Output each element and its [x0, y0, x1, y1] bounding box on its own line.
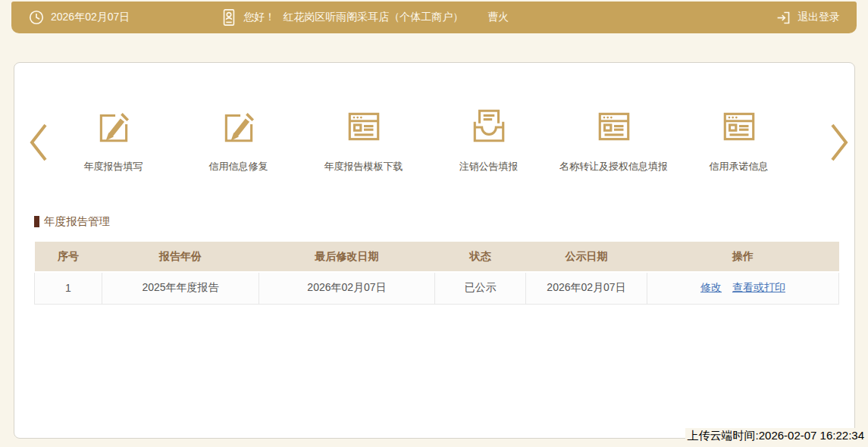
company-name: 红花岗区听雨阁采耳店（个体工商户）: [283, 11, 463, 24]
logout-icon: [776, 10, 791, 26]
col-header-index: 序号: [35, 242, 102, 272]
modify-link[interactable]: 修改: [700, 281, 722, 293]
col-header-last-modified: 最后修改日期: [259, 242, 435, 272]
cell-last-modified: 2026年02月07日: [259, 272, 435, 304]
table-header-row: 序号 报告年份 最后修改日期 状态 公示日期 操作: [35, 242, 839, 272]
clock-icon: [28, 9, 45, 26]
user-badge-icon: [221, 8, 237, 27]
inbox-icon: [469, 107, 509, 146]
col-header-status: 状态: [435, 242, 526, 272]
menu-item-label: 名称转让及授权信息填报: [559, 160, 668, 173]
user-name: 曹火: [487, 11, 509, 24]
current-date: 2026年02月07日: [51, 11, 130, 24]
menu-item-cancellation-notice[interactable]: 注销公告填报: [426, 107, 551, 173]
greeting-text: 您好！: [243, 11, 275, 24]
col-header-publish-date: 公示日期: [526, 242, 647, 272]
cell-status: 已公示: [435, 272, 526, 304]
main-panel: 年度报告填写 信用信息修复: [14, 62, 855, 439]
cell-actions: 修改 查看或打印: [647, 272, 839, 304]
cell-index: 1: [35, 272, 102, 304]
col-header-report-year: 报告年份: [102, 242, 259, 272]
menu-item-credit-repair[interactable]: 信用信息修复: [176, 107, 301, 173]
section-title: 年度报告管理: [44, 214, 110, 229]
cell-report-year: 2025年年度报告: [102, 272, 259, 304]
menu-item-template-download[interactable]: 年度报告模板下载: [301, 107, 426, 173]
menu-item-annual-report-fill[interactable]: 年度报告填写: [51, 107, 176, 173]
menu-item-label: 注销公告填报: [459, 160, 519, 173]
table-row: 1 2025年年度报告 2026年02月07日 已公示 2026年02月07日 …: [35, 272, 839, 304]
carousel-next-button[interactable]: [829, 122, 849, 163]
top-bar: 2026年02月07日 您好！ 红花岗区听雨阁采耳店（个体工商户） 曹火 退出登…: [11, 2, 857, 33]
report-icon: [344, 107, 384, 146]
logout-button[interactable]: 退出登录: [776, 10, 840, 26]
upload-time-text: 上传云端时间:2026-02-07 16:22:34: [685, 428, 866, 444]
menu-item-label: 信用信息修复: [209, 160, 268, 173]
view-or-print-link[interactable]: 查看或打印: [732, 281, 785, 293]
menu-item-credit-commitment[interactable]: 信用承诺信息: [676, 107, 801, 173]
annual-report-table: 序号 报告年份 最后修改日期 状态 公示日期 操作 1 2025年年度报告 20…: [34, 242, 839, 305]
feature-menu: 年度报告填写 信用信息修复: [51, 107, 801, 173]
edit-icon: [94, 107, 133, 146]
menu-item-label: 年度报告模板下载: [324, 160, 403, 173]
edit-icon: [219, 107, 259, 146]
report-icon: [594, 107, 634, 146]
logout-label: 退出登录: [797, 11, 840, 24]
cell-publish-date: 2026年02月07日: [526, 272, 647, 304]
menu-item-label: 信用承诺信息: [710, 160, 769, 173]
report-icon: [719, 107, 759, 146]
carousel-prev-button[interactable]: [29, 122, 49, 163]
section-header: 年度报告管理: [34, 214, 110, 229]
menu-item-name-transfer[interactable]: 名称转让及授权信息填报: [551, 107, 676, 173]
menu-item-label: 年度报告填写: [84, 160, 143, 173]
col-header-actions: 操作: [647, 242, 839, 272]
section-marker: [34, 216, 39, 227]
